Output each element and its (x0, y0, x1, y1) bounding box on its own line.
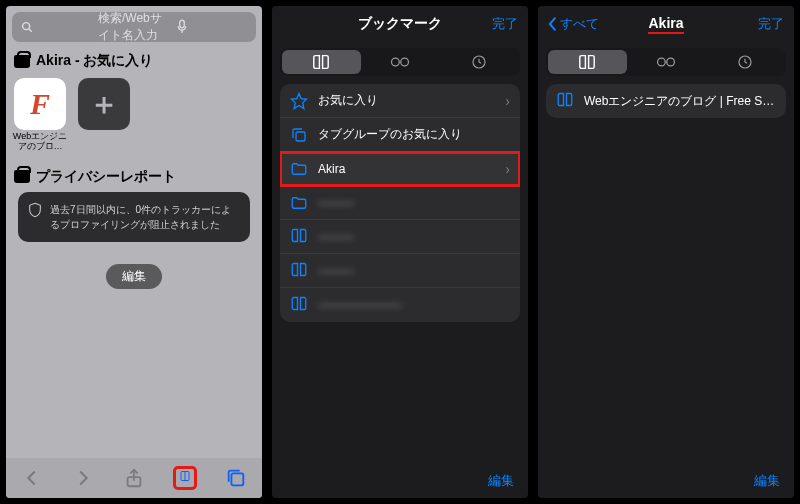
bag-lock-icon (14, 55, 30, 68)
microphone-icon[interactable] (176, 19, 248, 35)
bookmark-list: お気に入り›タブグループのお気に入りAkira›———————————————— (280, 84, 520, 322)
phone-bookmarks-folder: すべて Akira 完了 Webエンジニアのブログ | Free Style 編… (538, 6, 794, 498)
row-label: お気に入り (318, 92, 495, 109)
favorites-section-title: Akira - お気に入り (12, 50, 256, 76)
svg-point-11 (658, 58, 666, 66)
list-row[interactable]: お気に入り› (280, 84, 520, 118)
edit-bottom-button[interactable]: 編集 (538, 464, 794, 498)
list-row[interactable]: ——— (280, 186, 520, 220)
book-icon (290, 296, 308, 314)
svg-point-7 (401, 58, 409, 66)
copy-icon (290, 126, 308, 144)
search-bar[interactable]: 検索/Webサイト名入力 (12, 12, 256, 42)
row-label: ——— (318, 196, 510, 210)
edit-button[interactable]: 編集 (106, 264, 162, 289)
segmented-control[interactable] (546, 48, 786, 76)
list-row[interactable]: ——— (280, 220, 520, 254)
seg-bookmarks[interactable] (548, 50, 627, 74)
seg-reading-list[interactable] (361, 50, 440, 74)
bookmarks-icon[interactable] (174, 467, 196, 489)
row-label: ——————— (318, 298, 510, 312)
search-placeholder: 検索/Webサイト名入力 (98, 10, 170, 44)
add-favorite-button[interactable]: ＋ (78, 78, 130, 152)
edit-bottom-button[interactable]: 編集 (272, 464, 528, 498)
nav-title: Akira (648, 15, 683, 34)
share-icon[interactable] (123, 467, 145, 489)
row-label: ——— (318, 264, 510, 278)
chevron-right-icon: › (505, 93, 510, 109)
done-button[interactable]: 完了 (482, 6, 528, 42)
forward-icon[interactable] (72, 467, 94, 489)
bag-lock-icon (14, 170, 30, 183)
privacy-section-title: プライバシーレポート (12, 166, 256, 192)
book-icon (556, 92, 574, 110)
list-row[interactable]: タブグループのお気に入り (280, 118, 520, 152)
row-label: タブグループのお気に入り (318, 126, 510, 143)
book-icon (290, 228, 308, 246)
favorite-icon-f: F (14, 78, 66, 130)
favorite-tile[interactable]: F Webエンジニアのブロ… (14, 78, 66, 152)
row-label: Akira (318, 162, 495, 176)
seg-history[interactable] (439, 50, 518, 74)
svg-marker-9 (292, 93, 307, 108)
wallpaper-area (6, 303, 262, 458)
privacy-report-card[interactable]: 過去7日間以内に、0件のトラッカーによるプロファイリングが阻止されました (18, 192, 250, 242)
svg-rect-2 (180, 20, 185, 28)
svg-point-0 (23, 23, 30, 30)
svg-rect-5 (232, 473, 244, 485)
svg-point-12 (667, 58, 675, 66)
phone-start-page: 検索/Webサイト名入力 Akira - お気に入り F Webエンジニアのブロ… (6, 6, 262, 498)
favorite-caption: Webエンジニアのブロ… (12, 132, 68, 152)
list-row[interactable]: ——— (280, 254, 520, 288)
list-row[interactable]: Webエンジニアのブログ | Free Style (546, 84, 786, 118)
svg-point-6 (392, 58, 400, 66)
row-label: Webエンジニアのブログ | Free Style (584, 93, 776, 110)
seg-bookmarks[interactable] (282, 50, 361, 74)
privacy-body-text: 過去7日間以内に、0件のトラッカーによるプロファイリングが阻止されました (50, 202, 240, 232)
bookmark-list: Webエンジニアのブログ | Free Style (546, 84, 786, 118)
folder-icon (290, 160, 308, 178)
back-button[interactable]: すべて (538, 6, 609, 42)
list-row[interactable]: ——————— (280, 288, 520, 322)
svg-line-1 (29, 29, 32, 32)
shield-icon (28, 202, 42, 232)
phone-bookmarks-root: ブックマーク 完了 お気に入り›タブグループのお気に入りAkira›——————… (272, 6, 528, 498)
svg-rect-10 (296, 132, 305, 141)
segmented-control[interactable] (280, 48, 520, 76)
star-icon (290, 92, 308, 110)
bottom-toolbar (6, 458, 262, 498)
seg-history[interactable] (705, 50, 784, 74)
book-icon (290, 262, 308, 280)
chevron-right-icon: › (505, 161, 510, 177)
search-icon (20, 20, 92, 34)
list-row[interactable]: Akira› (280, 152, 520, 186)
done-button[interactable]: 完了 (748, 6, 794, 42)
back-icon[interactable] (21, 467, 43, 489)
folder-icon (290, 194, 308, 212)
plus-icon: ＋ (78, 78, 130, 130)
row-label: ——— (318, 230, 510, 244)
nav-bar: ブックマーク 完了 (272, 6, 528, 42)
tabs-icon[interactable] (225, 467, 247, 489)
seg-reading-list[interactable] (627, 50, 706, 74)
nav-bar: すべて Akira 完了 (538, 6, 794, 42)
nav-title: ブックマーク (358, 15, 442, 33)
